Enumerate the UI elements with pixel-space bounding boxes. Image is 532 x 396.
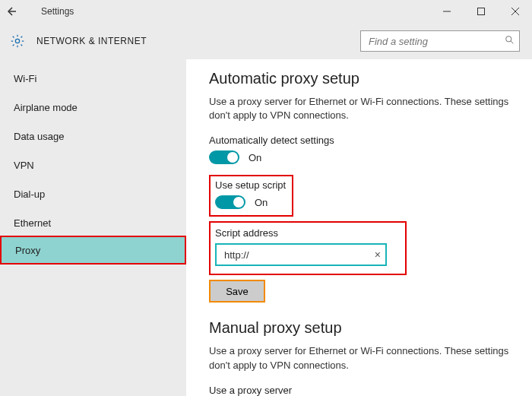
use-proxy-server-label: Use a proxy server	[209, 385, 518, 396]
sidebar: Wi-Fi Airplane mode Data usage VPN Dial-…	[0, 59, 186, 396]
use-setup-script-state: On	[255, 197, 268, 208]
manual-proxy-setup-heading: Manual proxy setup	[209, 319, 518, 337]
titlebar: Settings	[0, 0, 532, 23]
sidebar-item-label: Data usage	[14, 131, 65, 142]
clear-icon[interactable]: ×	[375, 249, 381, 261]
save-highlight: Save	[209, 280, 265, 303]
sidebar-item-vpn[interactable]: VPN	[0, 150, 186, 179]
auto-detect-state: On	[249, 152, 261, 163]
gear-icon	[9, 33, 26, 49]
section-title: NETWORK & INTERNET	[36, 36, 147, 46]
svg-point-4	[15, 39, 19, 43]
use-setup-script-highlight: Use setup script On	[209, 175, 293, 217]
svg-point-5	[506, 36, 511, 42]
close-button[interactable]	[498, 0, 532, 23]
use-setup-script-label: Use setup script	[215, 179, 286, 191]
automatic-proxy-setup-heading: Automatic proxy setup	[209, 70, 518, 87]
auto-detect-toggle[interactable]	[209, 150, 239, 164]
script-address-highlight: Script address ×	[209, 221, 407, 275]
maximize-button[interactable]	[464, 0, 498, 23]
svg-line-6	[511, 41, 513, 43]
window-title: Settings	[41, 6, 74, 17]
sidebar-item-data-usage[interactable]: Data usage	[0, 122, 186, 150]
script-address-input[interactable]	[223, 249, 375, 261]
auto-proxy-desc: Use a proxy server for Ethernet or Wi-Fi…	[209, 95, 518, 122]
sidebar-item-airplane[interactable]: Airplane mode	[0, 93, 186, 122]
sidebar-item-label: VPN	[14, 160, 34, 171]
svg-rect-1	[477, 8, 484, 15]
auto-detect-label: Automatically detect settings	[209, 135, 518, 146]
search-input[interactable]	[367, 35, 505, 48]
sidebar-item-label: Wi-Fi	[14, 73, 36, 84]
back-button[interactable]	[0, 0, 23, 23]
save-button[interactable]: Save	[211, 281, 264, 301]
sidebar-item-label: Dial-up	[14, 188, 45, 200]
manual-proxy-desc: Use a proxy server for Ethernet or Wi-Fi…	[209, 344, 518, 372]
minimize-button[interactable]	[429, 0, 464, 23]
sidebar-item-ethernet[interactable]: Ethernet	[0, 208, 186, 237]
sidebar-item-wifi[interactable]: Wi-Fi	[0, 64, 186, 93]
script-address-label: Script address	[215, 227, 397, 239]
sidebar-item-label: Proxy	[15, 245, 40, 256]
sidebar-item-label: Airplane mode	[14, 102, 78, 113]
sidebar-item-label: Ethernet	[14, 217, 51, 229]
search-icon	[505, 35, 515, 47]
use-setup-script-toggle[interactable]	[215, 195, 245, 209]
settings-search[interactable]	[360, 30, 520, 52]
script-address-field[interactable]: ×	[215, 243, 387, 266]
header: NETWORK & INTERNET	[0, 23, 532, 59]
sidebar-item-dialup[interactable]: Dial-up	[0, 179, 186, 208]
sidebar-item-proxy[interactable]: Proxy	[0, 236, 186, 265]
content: Automatic proxy setup Use a proxy server…	[186, 59, 532, 396]
